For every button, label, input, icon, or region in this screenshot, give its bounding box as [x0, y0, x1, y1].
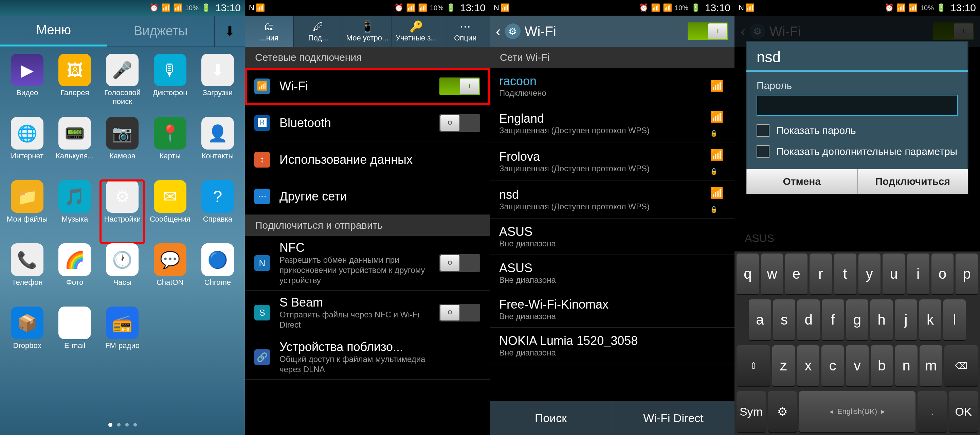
app-myfiles[interactable]: 📁Мои файлы	[5, 180, 49, 243]
app-chrome[interactable]: 🔵Chrome	[196, 243, 240, 306]
key-m[interactable]: m	[920, 345, 942, 387]
wifi-network[interactable]: nsd Защищенная (Доступен протокол WPS) 📶…	[490, 180, 735, 218]
app-fmradio[interactable]: 📻FM-радио	[100, 306, 144, 370]
row-bluetooth[interactable]: 🅱 BluetoothO	[245, 105, 490, 141]
app-voice-search[interactable]: 🎤Голосовой поиск	[100, 54, 144, 117]
app-contacts[interactable]: 👤Контакты	[196, 117, 240, 180]
app-dropbox[interactable]: 📦Dropbox	[5, 306, 49, 370]
key-c[interactable]: c	[821, 345, 844, 387]
row-nfc-toggle[interactable]: O	[439, 254, 480, 272]
back-button[interactable]: ‹	[496, 23, 501, 40]
key-n[interactable]: n	[895, 345, 918, 387]
tab-options-icon: ⋯	[460, 20, 471, 33]
key-z[interactable]: z	[772, 345, 795, 387]
key-shift[interactable]: ⇧	[737, 345, 770, 387]
connect-button[interactable]: Подключиться	[858, 169, 969, 194]
tab-sub[interactable]: 🖊Под...	[294, 16, 343, 47]
row-wifi-toggle[interactable]: I	[439, 78, 480, 95]
key-i[interactable]: i	[907, 253, 929, 295]
app-chaton[interactable]: 💬ChatON	[148, 243, 192, 306]
scan-button[interactable]: Поиск	[490, 401, 612, 435]
app-music[interactable]: 🎵Музыка	[52, 180, 97, 243]
key-a[interactable]: a	[749, 300, 771, 341]
app-gallery[interactable]: 🖼Галерея	[52, 54, 97, 117]
row-sbeam-toggle[interactable]: O	[439, 304, 480, 322]
tab-menu[interactable]: Меню	[0, 16, 107, 46]
row-sbeam[interactable]: S S BeamОтправить файлы через NFC и Wi-F…	[245, 290, 490, 335]
key-ok[interactable]: OK	[949, 391, 978, 433]
key-u[interactable]: u	[883, 253, 905, 295]
wifi-network[interactable]: Frolova Защищенная (Доступен протокол WP…	[490, 142, 735, 180]
app-email[interactable]: ✉E-mail	[52, 306, 97, 370]
key-l[interactable]: l	[943, 300, 966, 341]
app-downloads[interactable]: ⬇Загрузки	[196, 54, 240, 117]
key-sym[interactable]: Sym	[737, 391, 766, 433]
password-input[interactable]	[757, 95, 958, 116]
signal-icon: 📶	[663, 3, 672, 12]
app-downloads-icon: ⬇	[201, 54, 234, 86]
tab-connections[interactable]: 🗂...ния	[245, 16, 294, 47]
network-name: Free-Wi-Fi-Kinomax	[499, 297, 710, 312]
app-camera-icon: 📷	[106, 117, 138, 150]
app-photos[interactable]: 🌈Фото	[52, 243, 97, 306]
key-y[interactable]: y	[858, 253, 881, 295]
wifi-network[interactable]: NOKIA Lumia 1520_3058 Вне диапазона	[490, 328, 735, 364]
tab-mydevice[interactable]: 📱Мое устро...	[343, 16, 392, 47]
app-messages[interactable]: ✉Сообщения	[148, 180, 192, 243]
tab-accounts[interactable]: 🔑Учетные з...	[392, 16, 441, 47]
app-recorder[interactable]: 🎙Диктофон	[148, 54, 192, 117]
row-more-networks[interactable]: ⋯ Другие сети	[245, 178, 490, 215]
key-h[interactable]: h	[870, 300, 893, 341]
key-b[interactable]: b	[871, 345, 893, 387]
app-label: Часы	[100, 278, 144, 287]
battery-icon: 🔋	[446, 3, 455, 12]
tab-widgets[interactable]: Виджеты	[107, 16, 215, 46]
key-q[interactable]: q	[737, 253, 759, 295]
key-j[interactable]: j	[895, 300, 917, 341]
wifi-network[interactable]: Free-Wi-Fi-Kinomax Вне диапазона	[490, 291, 735, 328]
show-advanced-checkbox[interactable]	[757, 145, 770, 158]
app-internet[interactable]: 🌐Интернет	[5, 117, 49, 180]
key-w[interactable]: w	[761, 253, 783, 295]
wifi-network[interactable]: ASUS Вне диапазона	[490, 255, 735, 291]
key-settings[interactable]: ⚙	[768, 391, 797, 433]
key-g[interactable]: g	[846, 300, 869, 341]
key-p[interactable]: p	[956, 253, 978, 295]
key-o[interactable]: o	[931, 253, 954, 295]
app-video[interactable]: ▶Видео	[5, 54, 49, 117]
app-maps[interactable]: 📍Карты	[148, 117, 192, 180]
wifi-network[interactable]: racoon Подключено 📶	[490, 68, 735, 104]
key-dot[interactable]: .	[918, 391, 947, 433]
key-backspace[interactable]: ⌫	[944, 345, 978, 387]
app-camera[interactable]: 📷Камера	[100, 117, 144, 180]
key-e[interactable]: e	[785, 253, 808, 295]
wifi-network[interactable]: England Защищенная (Доступен протокол WP…	[490, 104, 735, 142]
app-phone[interactable]: 📞Телефон	[5, 243, 49, 306]
key-d[interactable]: d	[797, 300, 820, 341]
key-v[interactable]: v	[846, 345, 868, 387]
key-s[interactable]: s	[773, 300, 795, 341]
alarm-icon: ⏰	[885, 3, 894, 12]
row-data-usage[interactable]: ↕ Использование данных	[245, 141, 490, 178]
row-nfc[interactable]: N NFCРазрешить обмен данными при прикосн…	[245, 236, 490, 290]
key-k[interactable]: k	[919, 300, 942, 341]
app-help[interactable]: ?Справка	[196, 180, 240, 243]
row-nearby-devices[interactable]: 🔗 Устройства поблизо...Общий доступ к фа…	[245, 335, 490, 379]
wifi-network[interactable]: ASUS Вне диапазона	[490, 218, 735, 255]
app-clock[interactable]: 🕐Часы	[100, 243, 144, 306]
show-password-checkbox[interactable]	[757, 124, 770, 137]
key-r[interactable]: r	[810, 253, 832, 295]
wifi-direct-button[interactable]: Wi-Fi Direct	[612, 401, 735, 435]
cancel-button[interactable]: Отмена	[746, 169, 858, 194]
row-wifi[interactable]: 📶 Wi-FiI	[245, 68, 490, 105]
tab-options[interactable]: ⋯Опции	[441, 16, 490, 47]
wifi-master-toggle[interactable]: I	[687, 22, 729, 40]
key-x[interactable]: x	[797, 345, 819, 387]
key-t[interactable]: t	[834, 253, 856, 295]
app-settings[interactable]: ⚙Настройки	[100, 180, 144, 243]
key-f[interactable]: f	[822, 300, 844, 341]
download-button[interactable]: ⬇	[214, 16, 245, 46]
app-calculator[interactable]: 📟Калькуля...	[52, 117, 97, 180]
row-bluetooth-toggle[interactable]: O	[439, 114, 480, 132]
key-space[interactable]: ◂ English(UK) ▸	[799, 391, 916, 433]
